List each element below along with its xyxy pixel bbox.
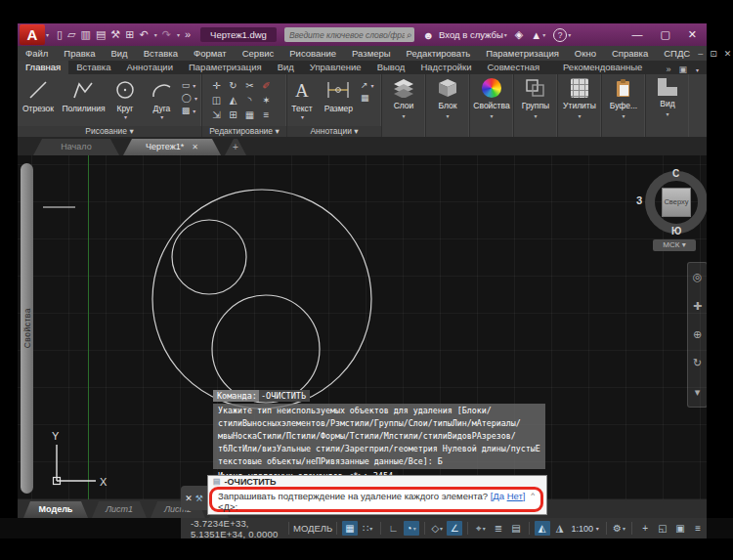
line-button[interactable]: Отрезок bbox=[18, 74, 59, 113]
trim-icon[interactable]: ✂ bbox=[241, 78, 258, 93]
panel-draw-label[interactable]: Рисование ▾ bbox=[18, 126, 201, 137]
stretch-icon[interactable]: ⇲ bbox=[208, 108, 225, 122]
viewcube-west-label[interactable]: З bbox=[636, 195, 642, 206]
ribbon-tab-featured-apps[interactable]: Рекомендованные приложения bbox=[555, 61, 667, 74]
ribbon-tab-view[interactable]: Вид bbox=[270, 61, 302, 74]
menu-modify[interactable]: Редактировать bbox=[399, 48, 479, 59]
array-icon[interactable]: ▦ bbox=[241, 108, 258, 122]
ribbon-tab-home[interactable]: Главная bbox=[18, 61, 68, 74]
search-binoculars-icon[interactable]: ⌕ bbox=[407, 30, 412, 40]
transparency-icon[interactable]: ▤ bbox=[508, 521, 524, 536]
leader-icon[interactable]: ↗ bbox=[361, 80, 368, 90]
layers-caret-icon[interactable]: ▾ bbox=[402, 112, 405, 119]
file-tab-drawing[interactable]: Чертеж1*✕ bbox=[123, 139, 221, 155]
mirror-icon[interactable]: ◭ bbox=[225, 93, 241, 108]
explode-icon[interactable]: ✶ bbox=[258, 93, 275, 108]
copy-icon[interactable]: ◫ bbox=[208, 93, 225, 108]
circle-object-large[interactable] bbox=[152, 190, 371, 409]
ellipse-caret-icon[interactable]: ▾ bbox=[194, 95, 197, 102]
menu-dimension[interactable]: Размеры bbox=[344, 48, 398, 59]
help-icon[interactable]: ? bbox=[553, 28, 567, 42]
navbar-more-icon[interactable]: ▾ bbox=[695, 386, 701, 399]
save-icon[interactable]: ▥ bbox=[81, 29, 91, 40]
ribbon-tab-annotate[interactable]: Аннотации bbox=[118, 61, 181, 74]
ribbon-tab-collaborate[interactable]: Совместная работа bbox=[480, 61, 555, 74]
a360-caret-icon[interactable]: ▾ bbox=[542, 31, 545, 38]
menu-draw[interactable]: Рисование bbox=[281, 48, 344, 59]
viewcube-ucs-button[interactable]: МСК ▾ bbox=[653, 239, 696, 251]
arc-caret-icon[interactable]: ▾ bbox=[160, 113, 163, 120]
undo-icon[interactable]: ↶ bbox=[139, 29, 148, 40]
rectangle-caret-icon[interactable]: ▾ bbox=[193, 82, 195, 89]
fillet-icon[interactable]: ◝ bbox=[241, 93, 258, 108]
ribbon-tab-manage[interactable]: Управление bbox=[302, 61, 369, 74]
block-caret-icon[interactable]: ▾ bbox=[446, 112, 449, 119]
menu-tools[interactable]: Сервис bbox=[235, 48, 282, 59]
view-caret-icon[interactable]: ▾ bbox=[666, 110, 668, 117]
customization-icon[interactable]: ≡ bbox=[690, 521, 706, 536]
ellipse-icon[interactable]: ◯ bbox=[182, 93, 192, 103]
command-default-value[interactable]: <Д>: bbox=[218, 501, 535, 512]
command-window[interactable]: ▤ -ОЧИСТИТЬ ^ Запрашивать подтверждение … bbox=[207, 475, 547, 515]
zoom-icon[interactable]: ⊕ bbox=[693, 328, 702, 341]
drawing-canvas[interactable]: Свойства Y X Сверху С В Ю З МСК ▾ ◎ ✚ ⊕ … bbox=[18, 155, 707, 499]
dimension-button[interactable]: Размер bbox=[321, 74, 356, 113]
panel-properties[interactable]: Свойства ▾ bbox=[470, 74, 514, 141]
viewcube[interactable]: Сверху С В Ю З bbox=[645, 171, 707, 234]
move-icon[interactable]: ✛ bbox=[208, 78, 225, 93]
file-tab-start[interactable]: Начало bbox=[33, 139, 119, 155]
ribbon-display-caret-icon[interactable]: ▾ bbox=[696, 66, 699, 73]
tab-overflow-icon[interactable]: » bbox=[666, 65, 670, 74]
clipboard-caret-icon[interactable]: ▾ bbox=[622, 112, 625, 119]
a360-icon[interactable]: ▲ bbox=[531, 29, 541, 41]
plot-icon[interactable]: ⊞ bbox=[125, 29, 134, 40]
open-web-icon[interactable]: ▤ bbox=[96, 29, 106, 40]
menu-view[interactable]: Вид bbox=[103, 48, 135, 59]
panel-view[interactable]: Вид ▾ bbox=[646, 74, 689, 141]
option-no[interactable]: Нет bbox=[507, 491, 523, 501]
orbit-icon[interactable]: ↻ bbox=[693, 357, 702, 369]
circle-button[interactable]: Круг ▾ bbox=[108, 74, 142, 120]
arc-button[interactable]: Дуга ▾ bbox=[146, 74, 177, 120]
rectangle-icon[interactable]: ▭ bbox=[182, 80, 191, 90]
pan-icon[interactable]: ✚ bbox=[693, 300, 702, 313]
hatch-icon[interactable]: ▩ bbox=[182, 106, 191, 115]
communication-center-icon[interactable]: ◈ bbox=[515, 28, 523, 41]
signin-label[interactable]: Вход в службы bbox=[439, 29, 503, 40]
new-file-icon[interactable]: ▯ bbox=[57, 29, 63, 40]
menu-spds[interactable]: СПДС bbox=[656, 48, 698, 59]
groups-caret-icon[interactable]: ▾ bbox=[534, 112, 537, 119]
search-input[interactable] bbox=[287, 27, 407, 42]
ribbon-tab-addins[interactable]: Надстройки bbox=[412, 61, 479, 74]
ortho-icon[interactable]: ∟ bbox=[386, 521, 402, 536]
signin-caret-icon[interactable]: ▾ bbox=[504, 31, 507, 38]
annotation-autoscale-icon[interactable]: ◮ bbox=[552, 521, 568, 536]
utilities-caret-icon[interactable]: ▾ bbox=[578, 112, 581, 119]
command-customize-icon[interactable]: ⚒ bbox=[195, 494, 203, 503]
circle-object-medium[interactable] bbox=[212, 295, 320, 403]
open-file-icon[interactable]: ▱ bbox=[67, 29, 75, 40]
help-caret-icon[interactable]: ▾ bbox=[568, 31, 571, 38]
scale-icon[interactable]: ⊞ bbox=[225, 108, 241, 122]
table-icon[interactable]: ▦ bbox=[361, 93, 369, 103]
workspace-gear-icon[interactable]: ⚙▾ bbox=[611, 521, 626, 536]
polar-tracking-icon[interactable]: ◔▾ bbox=[404, 521, 419, 536]
isodraft-icon[interactable]: ◇▾ bbox=[429, 521, 445, 536]
panel-clipboard[interactable]: Буфе... ▾ bbox=[602, 74, 646, 141]
polyline-button[interactable]: Полилиния bbox=[63, 74, 104, 113]
crosshair-icon[interactable]: + bbox=[637, 521, 653, 536]
annotation-scale-button[interactable]: 1:100 ▾ bbox=[572, 524, 599, 534]
command-close-icon[interactable]: ✕ bbox=[185, 494, 193, 503]
ribbon-tab-output[interactable]: Вывод bbox=[369, 61, 413, 74]
app-logo-icon[interactable]: A bbox=[20, 24, 45, 45]
redo-icon[interactable]: ↷ bbox=[162, 29, 171, 40]
ribbon-tab-parametric[interactable]: Параметризация bbox=[181, 61, 270, 74]
new-drawing-tab-button[interactable]: + bbox=[225, 139, 246, 155]
dynamic-input-icon[interactable]: ⌖▾ bbox=[473, 521, 489, 536]
osnap-angle-icon[interactable]: ∠ bbox=[447, 521, 462, 536]
hatch-caret-icon[interactable]: ▾ bbox=[193, 108, 195, 114]
space-label[interactable]: МОДЕЛЬ bbox=[293, 523, 332, 534]
command-expand-icon[interactable]: ^ bbox=[531, 490, 535, 500]
command-prompt-highlight[interactable]: ^ Запрашивать подтверждение на удаление … bbox=[209, 487, 543, 512]
annotation-visibility-icon[interactable]: ◭ bbox=[535, 521, 550, 536]
